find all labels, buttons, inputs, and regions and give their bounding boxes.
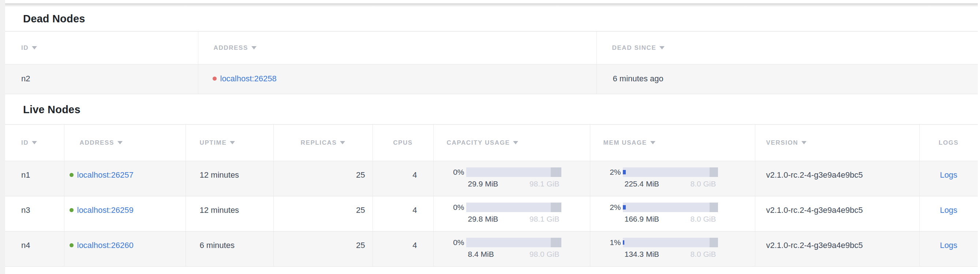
mem-used-value: 225.4 MiB xyxy=(625,180,659,188)
col-header-address[interactable]: ADDRESS xyxy=(64,124,186,161)
sort-desc-icon xyxy=(340,141,345,144)
logs-link[interactable]: Logs xyxy=(940,170,957,180)
node-address-link[interactable]: localhost:26259 xyxy=(77,206,134,215)
mem-bar xyxy=(623,202,718,212)
dead-col-header-id[interactable]: ID xyxy=(5,32,198,64)
sort-desc-icon xyxy=(650,141,655,144)
dead-col-header-dead-since[interactable]: DEAD SINCE xyxy=(597,32,978,64)
mem-percent: 2% xyxy=(602,168,621,177)
capacity-percent: 0% xyxy=(445,203,465,212)
col-header-logs: LOGS xyxy=(919,124,978,161)
sort-desc-icon xyxy=(32,141,37,144)
live-node-row: n3 localhost:26259 12 minutes 25 4 0% xyxy=(5,196,978,231)
section-title-live-nodes: Live Nodes xyxy=(5,94,978,124)
mem-bar-used xyxy=(623,170,626,174)
node-id-cell: n1 xyxy=(5,161,64,196)
node-address-cell: localhost:26257 xyxy=(64,161,186,196)
mem-usage-cell: 2% 166.9 MiB 8.0 GiB xyxy=(590,196,755,231)
mem-total-value: 8.0 GiB xyxy=(690,180,716,188)
section-title-dead-nodes: Dead Nodes xyxy=(5,7,978,31)
capacity-used-value: 29.8 MiB xyxy=(468,215,498,223)
dead-since-cell: 6 minutes ago xyxy=(597,64,978,94)
live-node-row: n4 localhost:26260 6 minutes 25 4 0% xyxy=(5,231,978,267)
capacity-usage-cell: 0% 8.4 MiB 98.0 GiB xyxy=(433,231,590,267)
version-cell: v2.1.0-rc.2-4-g3e9a4e9bc5 xyxy=(755,231,919,267)
sort-desc-icon xyxy=(659,46,665,49)
node-address-cell: localhost:26259 xyxy=(64,196,186,231)
mem-bar xyxy=(623,238,718,247)
logs-cell: Logs xyxy=(919,161,978,196)
uptime-cell: 6 minutes xyxy=(186,231,274,267)
uptime-cell: 12 minutes xyxy=(186,196,274,231)
logs-cell: Logs xyxy=(919,231,978,267)
cpus-cell: 4 xyxy=(372,231,433,267)
node-address-link[interactable]: localhost:26257 xyxy=(77,170,134,180)
version-cell: v2.1.0-rc.2-4-g3e9a4e9bc5 xyxy=(755,196,919,231)
sort-desc-icon xyxy=(513,141,518,144)
sort-desc-icon xyxy=(251,46,256,49)
capacity-total-value: 98.1 GiB xyxy=(530,215,560,223)
page-content: Dead Nodes ID ADDRESS DEAD SINCE n2 loca… xyxy=(5,0,978,267)
mem-bar-reserved xyxy=(710,167,718,177)
col-header-version[interactable]: VERSION xyxy=(755,124,919,161)
dead-col-header-address[interactable]: ADDRESS xyxy=(198,32,597,64)
mem-bar xyxy=(623,167,718,177)
node-address-cell: localhost:26258 xyxy=(198,64,597,94)
node-id-cell: n3 xyxy=(5,196,64,231)
sort-desc-icon xyxy=(118,141,123,144)
node-status-dead-icon xyxy=(213,76,216,81)
capacity-bar-reserved xyxy=(551,167,562,177)
replicas-cell: 25 xyxy=(274,196,372,231)
dead-nodes-header-row: ID ADDRESS DEAD SINCE xyxy=(5,32,978,64)
capacity-used-value: 29.9 MiB xyxy=(468,180,498,188)
node-status-healthy-icon xyxy=(70,208,73,212)
mem-bar-used xyxy=(623,240,625,245)
col-header-replicas[interactable]: REPLICAS xyxy=(274,124,372,161)
node-address-cell: localhost:26260 xyxy=(64,231,186,267)
node-id-cell: n4 xyxy=(5,231,64,267)
node-address-link[interactable]: localhost:26258 xyxy=(220,74,277,83)
col-header-cpus[interactable]: CPUS xyxy=(372,124,433,161)
capacity-percent: 0% xyxy=(445,168,465,177)
capacity-usage-cell: 0% 29.9 MiB 98.1 GiB xyxy=(433,161,590,196)
mem-bar-used xyxy=(623,205,626,210)
dead-node-row: n2 localhost:26258 6 minutes ago xyxy=(5,64,978,94)
mem-usage-cell: 1% 134.3 MiB 8.0 GiB xyxy=(590,231,755,267)
mem-used-value: 134.3 MiB xyxy=(625,250,659,259)
node-status-healthy-icon xyxy=(70,173,73,177)
mem-usage-cell: 2% 225.4 MiB 8.0 GiB xyxy=(590,161,755,196)
live-node-row: n1 localhost:26257 12 minutes 25 4 0% xyxy=(5,161,978,196)
capacity-bar xyxy=(466,202,562,212)
capacity-total-value: 98.0 GiB xyxy=(530,250,560,259)
col-header-capacity-usage[interactable]: CAPACITY USAGE xyxy=(433,124,590,161)
top-divider-shadow xyxy=(5,0,978,7)
replicas-cell: 25 xyxy=(274,231,372,267)
capacity-used-value: 8.4 MiB xyxy=(468,250,494,259)
col-header-id[interactable]: ID xyxy=(5,124,64,161)
sort-desc-icon xyxy=(802,141,807,144)
col-header-uptime[interactable]: UPTIME xyxy=(186,124,274,161)
logs-link[interactable]: Logs xyxy=(940,241,957,250)
capacity-bar-reserved xyxy=(551,202,562,212)
cpus-cell: 4 xyxy=(372,161,433,196)
logs-cell: Logs xyxy=(919,196,978,231)
node-status-healthy-icon xyxy=(70,243,73,247)
mem-bar-reserved xyxy=(710,238,718,247)
col-header-mem-usage[interactable]: MEM USAGE xyxy=(590,124,755,161)
live-nodes-table: ID ADDRESS UPTIME REPLICAS CPUS CAPACITY… xyxy=(5,124,978,267)
node-address-link[interactable]: localhost:26260 xyxy=(77,241,134,250)
capacity-percent: 0% xyxy=(445,238,465,247)
mem-used-value: 166.9 MiB xyxy=(625,215,659,223)
dead-nodes-table: ID ADDRESS DEAD SINCE n2 localhost:26258… xyxy=(5,31,978,94)
mem-percent: 2% xyxy=(602,203,621,212)
logs-link[interactable]: Logs xyxy=(940,206,957,215)
mem-bar-reserved xyxy=(710,202,718,212)
sort-desc-icon xyxy=(230,141,235,144)
mem-percent: 1% xyxy=(602,238,621,247)
capacity-total-value: 98.1 GiB xyxy=(530,180,560,188)
mem-total-value: 8.0 GiB xyxy=(690,215,716,223)
nodes-overview-page: Dead Nodes ID ADDRESS DEAD SINCE n2 loca… xyxy=(0,0,980,274)
capacity-bar xyxy=(466,167,562,177)
uptime-cell: 12 minutes xyxy=(186,161,274,196)
capacity-bar-reserved xyxy=(551,238,562,247)
